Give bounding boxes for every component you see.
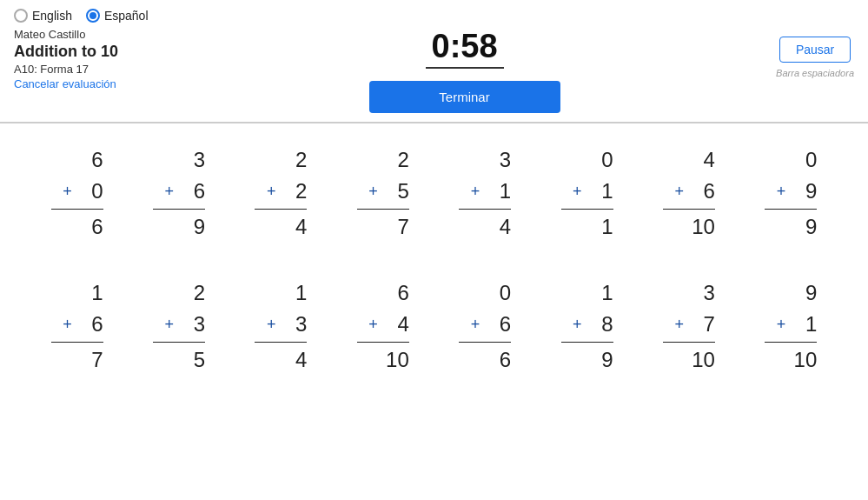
addend-row: + 0 (63, 176, 103, 207)
espanol-option[interactable]: Español (86, 9, 149, 23)
answer: 10 (357, 344, 409, 376)
user-name: Mateo Castillo (14, 28, 153, 41)
num1: 3 (177, 144, 205, 176)
num1: 3 (687, 277, 715, 309)
num2: 5 (381, 176, 409, 207)
answer: 9 (765, 211, 817, 243)
english-radio[interactable] (14, 9, 28, 23)
answer: 9 (561, 344, 613, 376)
plus-sign: + (674, 313, 684, 337)
addend-row: + 6 (165, 176, 206, 207)
problem-1-8: 0 + 9 9 (765, 144, 817, 243)
num1: 4 (687, 144, 715, 176)
answer: 4 (255, 344, 307, 376)
plus-sign: + (267, 180, 276, 203)
num2: 0 (76, 176, 103, 207)
problem-line (459, 209, 511, 210)
english-label: English (32, 9, 72, 23)
plus-sign: + (573, 313, 582, 337)
problem-line (51, 342, 103, 343)
num1: 2 (381, 144, 409, 176)
num1: 0 (586, 144, 613, 176)
problem-line (357, 209, 409, 210)
problem-line (663, 342, 715, 343)
problem-1-3: 2 + 2 4 (255, 144, 307, 243)
terminate-button[interactable]: Terminar (369, 81, 560, 113)
plus-sign: + (63, 180, 72, 203)
addend-row: + 4 (368, 309, 409, 340)
problems-area: 6 + 0 6 3 + 6 9 2 + 2 4 (0, 123, 868, 397)
addend-row: + 2 (267, 176, 308, 207)
problem-line (357, 342, 409, 343)
addend-row: + 3 (165, 309, 206, 340)
num1: 6 (76, 144, 103, 176)
problem-line (663, 209, 715, 210)
addend-row: + 9 (777, 176, 818, 207)
problem-2-2: 2 + 3 5 (153, 277, 205, 376)
answer: 10 (663, 211, 715, 243)
problem-2-5: 0 + 6 6 (459, 277, 511, 376)
problem-2-3: 1 + 3 4 (255, 277, 307, 376)
addend-row: + 6 (471, 309, 512, 340)
num2: 7 (687, 309, 715, 340)
problem-2-4: 6 + 4 10 (357, 277, 409, 376)
answer: 1 (561, 211, 613, 243)
pause-button[interactable]: Pausar (779, 37, 851, 63)
cancel-link[interactable]: Cancelar evaluación (14, 77, 153, 90)
english-option[interactable]: English (14, 9, 72, 23)
espanol-label: Español (104, 9, 149, 23)
left-info: Mateo Castillo Addition to 10 A10: Forma… (14, 28, 153, 90)
num1: 6 (381, 277, 409, 309)
problem-line (153, 209, 205, 210)
problem-line (459, 342, 511, 343)
plus-sign: + (674, 180, 684, 203)
addend-row: + 1 (471, 176, 512, 207)
problem-1-5: 3 + 1 4 (459, 144, 511, 243)
problem-line (153, 342, 205, 343)
header-main-row: Mateo Castillo Addition to 10 A10: Forma… (0, 28, 868, 122)
num1: 3 (483, 144, 511, 176)
num1: 1 (279, 277, 307, 309)
problem-1-2: 3 + 6 9 (153, 144, 205, 243)
addend-row: + 1 (573, 176, 613, 207)
addend-row: + 6 (63, 309, 103, 340)
num1: 0 (789, 144, 817, 176)
problem-1-1: 6 + 0 6 (51, 144, 103, 243)
problem-2-1: 1 + 6 7 (51, 277, 103, 376)
addend-row: + 7 (674, 309, 715, 340)
addend-row: + 6 (674, 176, 715, 207)
answer: 4 (459, 211, 511, 243)
plus-sign: + (471, 180, 480, 203)
num2: 3 (177, 309, 205, 340)
addend-row: + 8 (573, 309, 613, 340)
problem-1-4: 2 + 5 7 (357, 144, 409, 243)
problem-2-6: 1 + 8 9 (561, 277, 613, 376)
spacebar-hint: Barra espaciadora (776, 68, 854, 78)
addend-row: + 3 (267, 309, 308, 340)
num1: 2 (279, 144, 307, 176)
espanol-radio[interactable] (86, 9, 100, 23)
answer: 9 (153, 211, 205, 243)
num2: 6 (483, 309, 511, 340)
plus-sign: + (777, 313, 786, 337)
num1: 1 (586, 277, 613, 309)
problem-line (561, 209, 613, 210)
num2: 9 (789, 176, 817, 207)
problem-2-7: 3 + 7 10 (663, 277, 715, 376)
problem-1-6: 0 + 1 1 (561, 144, 613, 243)
num2: 1 (789, 309, 817, 340)
answer: 7 (51, 344, 103, 376)
num1: 0 (483, 277, 511, 309)
num2: 1 (586, 176, 613, 207)
num2: 1 (483, 176, 511, 207)
plus-sign: + (165, 180, 175, 203)
top-bar: English Español Mateo Castillo Addition … (0, 0, 868, 122)
num2: 3 (279, 309, 307, 340)
plus-sign: + (573, 180, 582, 203)
plus-sign: + (471, 313, 480, 337)
center-section: 0:58 Terminar (179, 28, 750, 113)
problem-line (255, 209, 307, 210)
radio-fill (89, 12, 96, 19)
num1: 1 (76, 277, 103, 309)
addend-row: + 5 (368, 176, 409, 207)
